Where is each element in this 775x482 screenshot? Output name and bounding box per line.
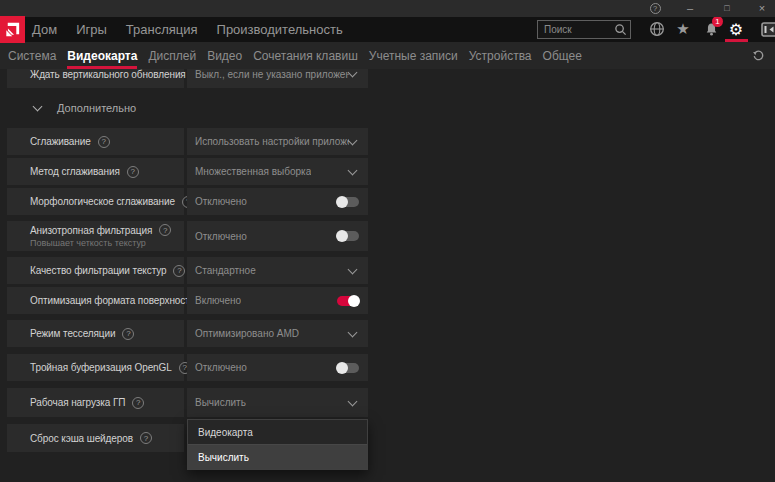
setting-value: Множественная выборка <box>195 166 311 177</box>
notification-badge: 1 <box>712 16 723 27</box>
setting-row-shader-cache-reset: Сброс кэша шейдеров ? <box>0 424 775 452</box>
chevron-down-icon <box>348 68 358 78</box>
info-icon[interactable]: ? <box>140 432 152 444</box>
tab-system[interactable]: Система <box>8 42 56 69</box>
menu-item-home[interactable]: Дом <box>32 22 57 37</box>
tab-video[interactable]: Видео <box>207 42 242 69</box>
chevron-down-icon <box>348 396 358 406</box>
section-label: Дополнительно <box>57 102 136 114</box>
setting-label: Сглаживание <box>30 136 91 147</box>
chevron-down-icon <box>348 327 358 337</box>
setting-label: Тройная буферизация OpenGL <box>30 362 172 373</box>
chevron-down-icon <box>348 165 358 175</box>
tab-accounts[interactable]: Учетные записи <box>369 42 458 69</box>
chevron-down-icon <box>348 135 358 145</box>
setting-value: Использовать настройки приложения <box>195 136 349 147</box>
tab-graphics[interactable]: Видеокарта <box>67 42 137 69</box>
setting-value: Выкл., если не указано приложением <box>195 69 349 80</box>
chevron-down-icon <box>348 264 358 274</box>
tessellation-dropdown[interactable]: Оптимизировано AMD <box>187 320 368 347</box>
menu-option-compute[interactable]: Вычислить <box>188 444 367 469</box>
notifications-bell-icon[interactable]: 1 <box>702 20 720 38</box>
setting-value: Отключено <box>195 196 247 207</box>
menu-item-streaming[interactable]: Трансляция <box>126 22 198 37</box>
favorites-star-icon[interactable]: ★ <box>674 20 692 38</box>
setting-value: Включено <box>195 295 241 306</box>
settings-tabbar: Система Видеокарта Дисплей Видео Сочетан… <box>0 42 775 69</box>
reset-defaults-icon[interactable] <box>752 49 765 62</box>
menu-item-games[interactable]: Игры <box>76 22 107 37</box>
search-icon <box>614 23 627 36</box>
setting-label: Метод сглаживания <box>30 166 120 177</box>
close-icon[interactable]: × <box>754 1 770 16</box>
info-icon[interactable]: ? <box>98 136 110 148</box>
info-icon[interactable]: ? <box>173 265 185 277</box>
anisotropic-filtering-toggle[interactable] <box>337 231 359 241</box>
gpu-workload-dropdown[interactable]: Вычислить <box>187 388 368 417</box>
setting-row-morphological-aa: Морфологическое сглаживание ? Отключено <box>0 188 775 215</box>
dock-panel-icon[interactable] <box>760 20 775 38</box>
settings-active-underline <box>725 39 748 42</box>
info-icon[interactable]: ? <box>132 397 144 409</box>
radeon-settings-window: ? – □ × Дом Игры Трансляция Производител… <box>0 0 775 482</box>
setting-sublabel: Повышает четкость текстур <box>30 238 171 248</box>
settings-gear-icon[interactable]: ⚙ <box>727 20 745 38</box>
setting-label: Анизотропная фильтрация <box>30 225 152 236</box>
setting-row-tessellation-mode: Режим тесселяции ? Оптимизировано AMD <box>0 320 775 347</box>
search-box <box>537 20 631 39</box>
setting-value: Отключено <box>195 231 247 242</box>
menu-option-graphics[interactable]: Видеокарта <box>188 420 367 444</box>
globe-icon[interactable] <box>648 20 666 38</box>
tab-display[interactable]: Дисплей <box>148 42 196 69</box>
tab-devices[interactable]: Устройства <box>469 42 532 69</box>
amd-logo[interactable] <box>0 16 25 43</box>
tab-hotkeys[interactable]: Сочетания клавиш <box>253 42 358 69</box>
setting-label: Качество фильтрации текстур <box>30 265 166 276</box>
setting-row-surface-format-optimization: Оптимизация формата поверхности ? Включе… <box>0 287 775 314</box>
setting-value: Вычислить <box>195 397 246 408</box>
section-advanced[interactable]: Дополнительно <box>34 96 136 120</box>
tab-general[interactable]: Общее <box>543 42 582 69</box>
setting-row-antialiasing: Сглаживание ? Использовать настройки при… <box>0 128 775 155</box>
amd-arrow-icon <box>3 20 22 39</box>
antialiasing-dropdown[interactable]: Использовать настройки приложения <box>187 128 368 155</box>
info-icon[interactable]: ? <box>122 328 134 340</box>
menu-item-performance[interactable]: Производительность <box>217 22 343 37</box>
aa-method-dropdown[interactable]: Множественная выборка <box>187 158 368 185</box>
setting-row-anisotropic-filtering: Анизотропная фильтрация ? Повышает четко… <box>0 221 775 251</box>
setting-value: Отключено <box>195 362 247 373</box>
help-icon[interactable]: ? <box>647 1 663 16</box>
opengl-triple-buffering-toggle[interactable] <box>337 363 359 373</box>
setting-label: Сброс кэша шейдеров <box>30 433 133 444</box>
surface-format-toggle[interactable] <box>337 296 359 306</box>
setting-label: Морфологическое сглаживание <box>30 196 175 207</box>
setting-row-aa-method: Метод сглаживания ? Множественная выборк… <box>0 158 775 185</box>
setting-value: Оптимизировано AMD <box>195 328 299 339</box>
setting-label: Ждать вертикального обновления <box>30 69 186 80</box>
info-icon[interactable]: ? <box>159 224 171 236</box>
setting-label: Оптимизация формата поверхности <box>30 295 195 306</box>
setting-row-texture-filtering-quality: Качество фильтрации текстур ? Стандартно… <box>0 257 775 284</box>
search-input[interactable] <box>538 21 618 38</box>
setting-label: Рабочая нагрузка ГП <box>30 397 125 408</box>
window-titlebar: ? – □ × <box>0 0 775 17</box>
chevron-down-icon <box>33 102 43 112</box>
setting-row-gpu-workload: Рабочая нагрузка ГП ? Вычислить <box>0 388 775 417</box>
info-icon[interactable]: ? <box>127 166 139 178</box>
setting-label: Режим тесселяции <box>30 328 115 339</box>
gpu-workload-menu: Видеокарта Вычислить <box>187 419 368 470</box>
morphological-aa-toggle[interactable] <box>337 197 359 207</box>
minimize-icon[interactable]: – <box>682 1 698 16</box>
setting-row-opengl-triple-buffering: Тройная буферизация OpenGL ? Отключено <box>0 354 775 381</box>
setting-value: Стандартное <box>195 265 256 276</box>
main-menu: Дом Игры Трансляция Производительность <box>32 17 343 42</box>
maximize-icon[interactable]: □ <box>719 1 735 16</box>
texture-filtering-dropdown[interactable]: Стандартное <box>187 257 368 284</box>
